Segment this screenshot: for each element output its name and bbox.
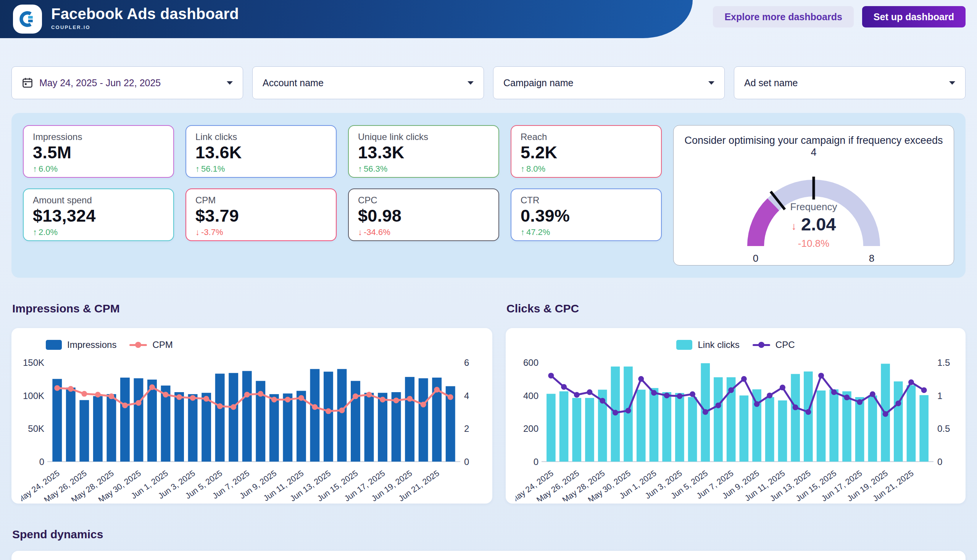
frequency-gauge: Frequency ↓ 2.04 -10.8% 0 8 — [724, 165, 904, 261]
set-up-dashboard-button[interactable]: Set up dashboard — [862, 6, 965, 27]
impressions-cpm-section: Impressions & CPM ImpressionsCPM 050K100… — [12, 302, 492, 503]
arrow-up-icon: ↑ — [33, 227, 37, 237]
kpi-value-cpc: $0.98 — [358, 206, 489, 226]
kpi-card-unique-link-clicks: Unique link clicks13.3K↑56.3% — [348, 125, 499, 178]
kpi-delta-reach: ↑8.0% — [521, 164, 652, 174]
legend-line-swatch — [129, 344, 147, 346]
legend-label: CPM — [152, 340, 172, 350]
kpi-label-impressions: Impressions — [33, 132, 164, 142]
svg-text:600: 600 — [523, 357, 538, 368]
svg-text:50K: 50K — [28, 423, 44, 434]
coupler-logo — [13, 5, 42, 33]
app-header: Facebook Ads dashboard COUPLER.IO Explor… — [0, 0, 977, 38]
kpi-grid: Impressions3.5M↑6.0%Link clicks13.6K↑56.… — [23, 125, 662, 265]
campaign-name-filter[interactable]: Campaign name — [493, 67, 725, 99]
legend-line-swatch — [753, 344, 770, 346]
ad-set-name-filter-label: Ad set name — [744, 77, 949, 88]
section-title-impressions-cpm: Impressions & CPM — [12, 302, 492, 315]
legend-item-link-clicks: Link clicks — [676, 340, 739, 350]
account-name-filter-label: Account name — [262, 77, 468, 88]
arrow-down-icon: ↓ — [358, 227, 362, 237]
kpi-card-cpc: CPC$0.98↓-34.6% — [348, 188, 499, 241]
arrow-down-icon: ↓ — [195, 227, 200, 237]
svg-text:100K: 100K — [23, 391, 44, 401]
kpi-label-amount-spend: Amount spend — [33, 195, 164, 206]
kpi-value-reach: 5.2K — [521, 143, 652, 163]
legend-label: Link clicks — [698, 340, 739, 350]
svg-text:150K: 150K — [23, 357, 44, 368]
date-range-filter[interactable]: May 24, 2025 - Jun 22, 2025 — [12, 67, 243, 99]
kpi-delta-amount-spend: ↑2.0% — [33, 227, 164, 237]
svg-text:0: 0 — [39, 457, 44, 467]
kpi-label-cpc: CPC — [358, 195, 489, 206]
filter-bar: May 24, 2025 - Jun 22, 2025Account nameC… — [12, 67, 965, 99]
calendar-icon — [22, 77, 33, 88]
svg-text:4: 4 — [464, 391, 469, 401]
clicks-cpc-section: Clicks & CPC Link clicksCPC 020040060000… — [506, 302, 965, 503]
ad-set-name-filter[interactable]: Ad set name — [734, 67, 965, 99]
gauge-value: 2.04 — [801, 213, 836, 235]
chevron-down-icon — [949, 81, 955, 85]
date-range-filter-label: May 24, 2025 - Jun 22, 2025 — [39, 77, 227, 88]
kpi-value-cpm: $3.79 — [195, 206, 327, 226]
kpi-delta-unique-link-clicks: ↑56.3% — [358, 164, 489, 174]
kpi-card-cpm: CPM$3.79↓-3.7% — [185, 188, 337, 241]
arrow-down-icon: ↓ — [792, 220, 797, 232]
clicks-cpc-legend: Link clicksCPC — [516, 337, 955, 353]
kpi-label-ctr: CTR — [521, 195, 652, 206]
arrow-up-icon: ↑ — [521, 164, 525, 173]
svg-text:200: 200 — [523, 423, 538, 434]
legend-label: Impressions — [67, 340, 116, 350]
kpi-value-link-clicks: 13.6K — [195, 143, 327, 163]
gauge-metric-label: Frequency — [724, 201, 904, 213]
kpi-card-impressions: Impressions3.5M↑6.0% — [23, 125, 174, 178]
svg-text:2: 2 — [464, 423, 469, 434]
gauge-max-label: 8 — [864, 253, 879, 264]
svg-text:400: 400 — [523, 391, 538, 401]
campaign-name-filter-label: Campaign name — [503, 77, 708, 88]
chevron-down-icon — [227, 81, 233, 85]
svg-text:6: 6 — [464, 357, 469, 368]
arrow-up-icon: ↑ — [33, 164, 37, 173]
kpi-value-impressions: 3.5M — [33, 143, 164, 163]
legend-item-impressions: Impressions — [46, 340, 116, 350]
clicks-cpc-chart: 020040060000.511.5May 24, 2025May 26, 20… — [516, 353, 955, 501]
legend-item-cpm: CPM — [129, 340, 172, 350]
account-name-filter[interactable]: Account name — [252, 67, 484, 99]
kpi-value-unique-link-clicks: 13.3K — [358, 143, 489, 163]
explore-more-dashboards-button[interactable]: Explore more dashboards — [713, 6, 853, 27]
legend-bar-swatch — [676, 340, 692, 350]
kpi-delta-cpc: ↓-34.6% — [358, 227, 489, 237]
svg-text:0: 0 — [937, 457, 942, 467]
chevron-down-icon — [468, 81, 474, 85]
kpi-delta-impressions: ↑6.0% — [33, 164, 164, 174]
legend-bar-swatch — [46, 340, 62, 350]
page-title: Facebook Ads dashboard — [51, 5, 239, 23]
kpi-label-reach: Reach — [521, 132, 652, 142]
svg-text:0.5: 0.5 — [937, 423, 950, 434]
impressions-cpm-chart: 050K100K150K0246May 24, 2025May 26, 2025… — [22, 353, 483, 501]
legend-item-cpc: CPC — [753, 340, 795, 350]
kpi-delta-link-clicks: ↑56.1% — [195, 164, 327, 174]
clicks-cpc-chart-card: Link clicksCPC 020040060000.511.5May 24,… — [506, 328, 965, 503]
section-title-spend-dynamics: Spend dynamics — [12, 528, 965, 541]
spend-dynamics-section: Spend dynamics 600 — [12, 528, 965, 560]
arrow-up-icon: ↑ — [521, 227, 525, 237]
svg-text:1: 1 — [937, 391, 942, 401]
kpi-delta-ctr: ↑47.2% — [521, 227, 652, 237]
brand-label: COUPLER.IO — [51, 24, 239, 30]
arrow-up-icon: ↑ — [195, 164, 200, 173]
section-title-clicks-cpc: Clicks & CPC — [506, 302, 965, 315]
impressions-cpm-chart-card: ImpressionsCPM 050K100K150K0246May 24, 2… — [12, 328, 492, 503]
kpi-label-cpm: CPM — [195, 195, 327, 206]
gauge-title: Consider optimising your campaign if fre… — [681, 135, 946, 158]
impressions-cpm-legend: ImpressionsCPM — [46, 337, 483, 353]
gauge-delta: -10.8% — [724, 238, 904, 250]
kpi-label-link-clicks: Link clicks — [195, 132, 327, 142]
kpi-card-link-clicks: Link clicks13.6K↑56.1% — [185, 125, 337, 178]
kpi-card-reach: Reach5.2K↑8.0% — [511, 125, 662, 178]
svg-text:1.5: 1.5 — [937, 357, 950, 368]
kpi-delta-cpm: ↓-3.7% — [195, 227, 327, 237]
gauge-min-label: 0 — [748, 253, 763, 264]
kpi-label-unique-link-clicks: Unique link clicks — [358, 132, 489, 142]
